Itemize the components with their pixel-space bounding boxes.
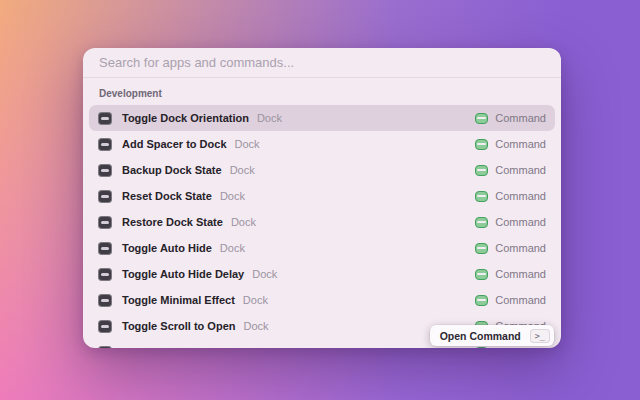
row-subtitle: Dock <box>235 138 260 150</box>
command-type-label: Command <box>495 268 546 280</box>
command-type-label: Command <box>495 242 546 254</box>
row-title: Reset Dock State <box>122 190 212 202</box>
command-type-label: Command <box>495 346 546 348</box>
row-title: Toggle Auto Hide <box>122 242 212 254</box>
dock-app-icon <box>98 112 112 125</box>
command-row[interactable]: Toggle Minimal Effect Dock Command <box>89 287 555 313</box>
command-type-label: Command <box>495 138 546 150</box>
command-type-label: Command <box>495 294 546 306</box>
command-extension-icon <box>475 295 488 306</box>
command-extension-icon <box>475 191 488 202</box>
row-subtitle: Dock <box>243 320 268 332</box>
row-title: Backup Dock State <box>122 164 222 176</box>
command-type-label: Command <box>495 216 546 228</box>
row-title: Toggle Minimal Effect <box>122 294 235 306</box>
dock-app-icon <box>98 242 112 255</box>
row-title: Toggle Show Hidden <box>122 346 230 348</box>
row-subtitle: Dock <box>257 112 282 124</box>
row-title: Add Spacer to Dock <box>122 138 227 150</box>
dock-app-icon <box>98 216 112 229</box>
command-extension-icon <box>475 347 488 349</box>
enter-key-hint-icon: >_ <box>530 329 550 343</box>
command-row[interactable]: Toggle Dock Orientation Dock Command <box>89 105 555 131</box>
row-subtitle: Dock <box>238 346 263 348</box>
command-extension-icon <box>475 217 488 228</box>
row-subtitle: Dock <box>220 190 245 202</box>
desktop-gradient-background: { "search": { "placeholder": "Search for… <box>0 0 640 400</box>
command-extension-icon <box>475 269 488 280</box>
command-row[interactable]: Toggle Auto Hide Delay Dock Command <box>89 261 555 287</box>
command-row[interactable]: Add Spacer to Dock Dock Command <box>89 131 555 157</box>
command-row[interactable]: Backup Dock State Dock Command <box>89 157 555 183</box>
command-row[interactable]: Toggle Auto Hide Dock Command <box>89 235 555 261</box>
command-type-label: Command <box>495 112 546 124</box>
row-title: Toggle Auto Hide Delay <box>122 268 244 280</box>
open-command-tooltip[interactable]: Open Command >_ <box>430 325 554 346</box>
row-subtitle: Dock <box>243 294 268 306</box>
command-type-label: Command <box>495 164 546 176</box>
dock-app-icon <box>98 164 112 177</box>
row-title: Restore Dock State <box>122 216 223 228</box>
search-input[interactable] <box>83 48 561 77</box>
row-subtitle: Dock <box>231 216 256 228</box>
row-subtitle: Dock <box>220 242 245 254</box>
command-extension-icon <box>475 165 488 176</box>
command-extension-icon <box>475 243 488 254</box>
search-bar <box>83 48 561 78</box>
command-extension-icon <box>475 113 488 124</box>
dock-app-icon <box>98 320 112 333</box>
command-list: Toggle Dock Orientation Dock Command Add… <box>83 105 561 348</box>
dock-app-icon <box>98 268 112 281</box>
row-title: Toggle Scroll to Open <box>122 320 235 332</box>
row-title: Toggle Dock Orientation <box>122 112 249 124</box>
command-row[interactable]: Reset Dock State Dock Command <box>89 183 555 209</box>
command-extension-icon <box>475 139 488 150</box>
dock-app-icon <box>98 138 112 151</box>
command-type-label: Command <box>495 190 546 202</box>
dock-app-icon <box>98 346 112 349</box>
row-subtitle: Dock <box>252 268 277 280</box>
section-header: Development <box>99 87 545 100</box>
dock-app-icon <box>98 294 112 307</box>
command-palette-window: Development Toggle Dock Orientation Dock… <box>83 48 561 348</box>
row-subtitle: Dock <box>230 164 255 176</box>
command-row[interactable]: Restore Dock State Dock Command <box>89 209 555 235</box>
dock-app-icon <box>98 190 112 203</box>
tooltip-label: Open Command <box>440 330 521 342</box>
